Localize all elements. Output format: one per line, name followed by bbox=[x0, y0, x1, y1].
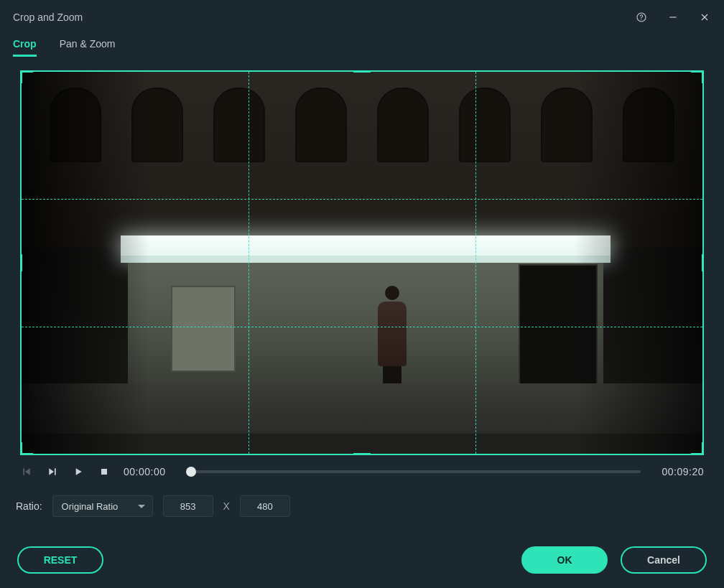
svg-rect-8 bbox=[55, 468, 56, 475]
tab-pan-zoom[interactable]: Pan & Zoom bbox=[60, 38, 116, 57]
crop-handle-top[interactable] bbox=[353, 70, 371, 73]
time-current: 00:00:00 bbox=[124, 466, 174, 477]
playback-bar: 00:00:00 00:09:20 bbox=[0, 455, 724, 478]
minimize-icon[interactable] bbox=[667, 11, 679, 24]
cancel-button[interactable]: Cancel bbox=[621, 546, 707, 574]
time-duration: 00:09:20 bbox=[654, 466, 704, 477]
crop-handle-top-right[interactable] bbox=[691, 70, 704, 83]
crop-handle-bottom[interactable] bbox=[353, 453, 371, 455]
svg-rect-5 bbox=[23, 468, 24, 475]
ratio-select-value: Original Ratio bbox=[62, 501, 119, 512]
video-preview[interactable] bbox=[20, 70, 704, 455]
crop-handle-bottom-left[interactable] bbox=[20, 442, 33, 455]
ratio-controls: Ratio: Original Ratio 853 X 480 bbox=[0, 478, 724, 517]
dialog-footer: RESET OK Cancel bbox=[0, 546, 724, 574]
ok-button-label: OK bbox=[557, 554, 572, 566]
grid-line-h2 bbox=[22, 327, 702, 327]
ratio-select[interactable]: Original Ratio bbox=[52, 495, 153, 517]
crop-height-input[interactable]: 480 bbox=[240, 495, 290, 517]
svg-marker-9 bbox=[76, 468, 82, 475]
tab-crop-label: Crop bbox=[13, 38, 37, 50]
grid-line-h1 bbox=[22, 199, 702, 200]
crop-height-value: 480 bbox=[257, 501, 273, 512]
crop-rectangle[interactable] bbox=[20, 70, 704, 455]
titlebar: Crop and Zoom bbox=[0, 0, 724, 34]
crop-handle-right[interactable] bbox=[702, 254, 704, 271]
crop-handle-bottom-right[interactable] bbox=[691, 442, 704, 455]
stop-icon[interactable] bbox=[98, 465, 111, 478]
ok-button[interactable]: OK bbox=[521, 546, 608, 574]
tab-crop[interactable]: Crop bbox=[13, 38, 37, 57]
ratio-label: Ratio: bbox=[16, 500, 42, 512]
window-title: Crop and Zoom bbox=[13, 11, 83, 23]
dimension-separator: X bbox=[223, 500, 230, 512]
tab-panzoom-label: Pan & Zoom bbox=[60, 38, 116, 50]
reset-button-label: RESET bbox=[44, 554, 78, 566]
crop-handle-top-left[interactable] bbox=[20, 70, 33, 83]
next-frame-icon[interactable] bbox=[46, 465, 59, 478]
timeline-slider[interactable] bbox=[187, 466, 641, 477]
play-icon[interactable] bbox=[72, 465, 85, 478]
prev-frame-icon[interactable] bbox=[20, 465, 33, 478]
crop-width-input[interactable]: 853 bbox=[163, 495, 213, 517]
svg-marker-7 bbox=[49, 468, 54, 475]
window-controls bbox=[635, 11, 711, 24]
timeline-thumb[interactable] bbox=[186, 467, 196, 477]
svg-marker-6 bbox=[25, 468, 30, 475]
cancel-button-label: Cancel bbox=[647, 554, 680, 566]
crop-handle-left[interactable] bbox=[20, 254, 22, 271]
help-icon[interactable] bbox=[635, 11, 648, 24]
tab-bar: Crop Pan & Zoom bbox=[0, 34, 724, 57]
grid-line-v2 bbox=[475, 72, 476, 454]
svg-point-1 bbox=[641, 19, 641, 20]
svg-rect-10 bbox=[101, 469, 107, 475]
grid-line-v1 bbox=[249, 72, 249, 454]
crop-width-value: 853 bbox=[180, 501, 196, 512]
reset-button[interactable]: RESET bbox=[17, 546, 103, 574]
close-icon[interactable] bbox=[698, 11, 711, 24]
